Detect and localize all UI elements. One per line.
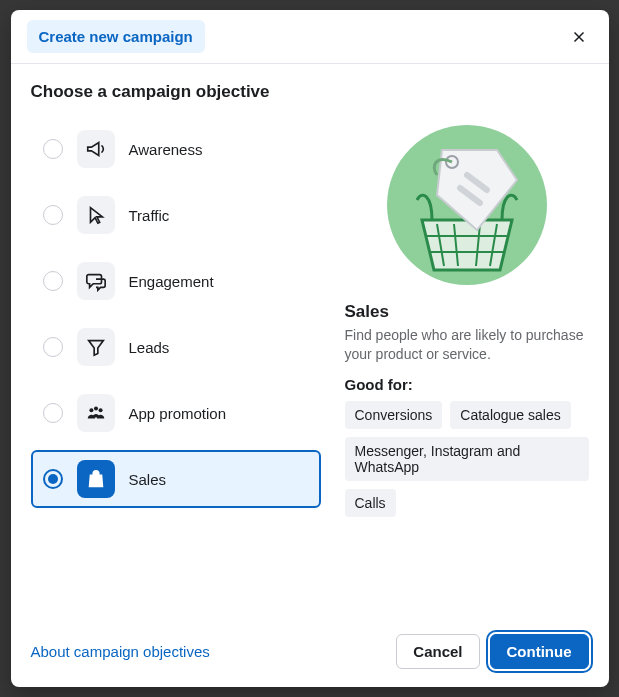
shopping-bag-icon	[77, 460, 115, 498]
modal-header: Create new campaign	[11, 10, 609, 64]
close-icon	[570, 28, 588, 46]
good-for-tags: Conversions Catalogue sales Messenger, I…	[345, 401, 589, 517]
people-icon	[77, 394, 115, 432]
tag-conversions: Conversions	[345, 401, 443, 429]
objective-detail-column: Sales Find people who are likely to purc…	[345, 120, 589, 517]
good-for-label: Good for:	[345, 376, 589, 393]
objectives-list: Awareness Traffic	[31, 120, 321, 508]
funnel-icon	[77, 328, 115, 366]
objective-engagement[interactable]: Engagement	[31, 252, 321, 310]
objective-label: Engagement	[129, 273, 214, 290]
radio-traffic[interactable]	[43, 205, 63, 225]
tag-catalogue-sales: Catalogue sales	[450, 401, 570, 429]
close-button[interactable]	[565, 23, 593, 51]
radio-engagement[interactable]	[43, 271, 63, 291]
footer-buttons: Cancel Continue	[396, 634, 588, 669]
objective-app-promotion[interactable]: App promotion	[31, 384, 321, 442]
about-objectives-link[interactable]: About campaign objectives	[31, 643, 210, 660]
modal-backdrop: Create new campaign Choose a campaign ob…	[0, 0, 619, 697]
objective-label: Traffic	[129, 207, 170, 224]
radio-awareness[interactable]	[43, 139, 63, 159]
tag-calls: Calls	[345, 489, 396, 517]
radio-leads[interactable]	[43, 337, 63, 357]
objective-label: Sales	[129, 471, 167, 488]
svg-point-1	[93, 406, 97, 410]
objective-traffic[interactable]: Traffic	[31, 186, 321, 244]
continue-button[interactable]: Continue	[490, 634, 589, 669]
create-campaign-chip[interactable]: Create new campaign	[27, 20, 205, 53]
section-title: Choose a campaign objective	[31, 82, 589, 102]
campaign-objective-modal: Create new campaign Choose a campaign ob…	[11, 10, 609, 687]
tag-messenger-instagram-whatsapp: Messenger, Instagram and WhatsApp	[345, 437, 589, 481]
modal-body: Choose a campaign objective Awareness	[11, 64, 609, 620]
cursor-icon	[77, 196, 115, 234]
detail-title: Sales	[345, 302, 589, 322]
svg-point-2	[98, 408, 102, 412]
svg-point-0	[89, 408, 93, 412]
sales-illustration	[382, 120, 552, 290]
objective-leads[interactable]: Leads	[31, 318, 321, 376]
objective-label: Leads	[129, 339, 170, 356]
chat-icon	[77, 262, 115, 300]
content-columns: Awareness Traffic	[31, 120, 589, 517]
cancel-button[interactable]: Cancel	[396, 634, 479, 669]
objective-awareness[interactable]: Awareness	[31, 120, 321, 178]
modal-footer: About campaign objectives Cancel Continu…	[11, 620, 609, 687]
radio-sales[interactable]	[43, 469, 63, 489]
objective-label: App promotion	[129, 405, 227, 422]
megaphone-icon	[77, 130, 115, 168]
objective-label: Awareness	[129, 141, 203, 158]
objectives-list-column: Awareness Traffic	[31, 120, 321, 517]
radio-app-promotion[interactable]	[43, 403, 63, 423]
detail-description: Find people who are likely to purchase y…	[345, 326, 589, 364]
objective-sales[interactable]: Sales	[31, 450, 321, 508]
